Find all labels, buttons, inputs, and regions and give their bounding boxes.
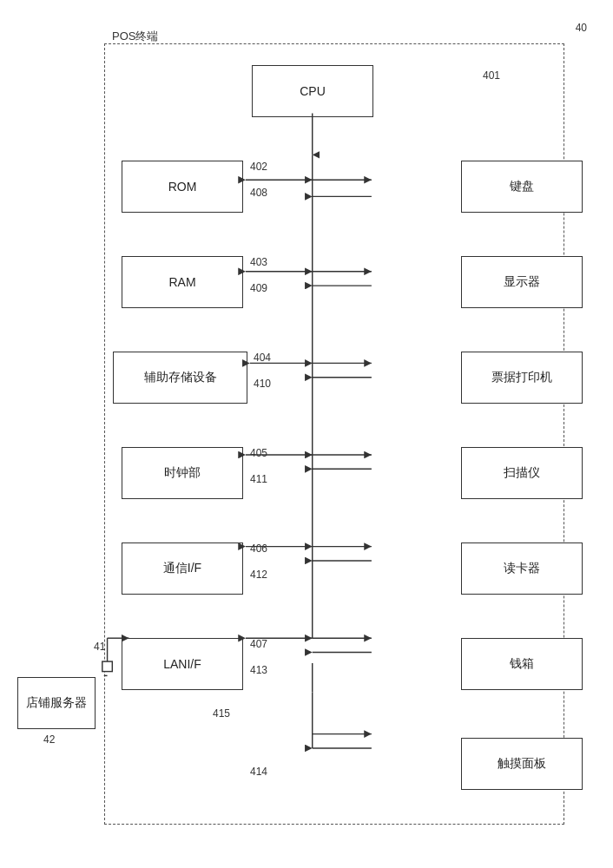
ref-display: 409 <box>250 282 267 294</box>
diagram-container: 40 POS终端 CPU 401 ROM 402 键盘 408 RAM 403 … <box>17 17 596 851</box>
ref-keyboard: 408 <box>250 187 267 199</box>
ref-lan: 407 <box>250 638 267 650</box>
keyboard-box: 键盘 <box>461 161 583 213</box>
ram-box: RAM <box>122 256 243 308</box>
touch-panel-box: 触摸面板 <box>461 738 583 790</box>
scanner-box: 扫描仪 <box>461 447 583 499</box>
ref-store-41: 41 <box>94 641 105 653</box>
ref-scanner: 411 <box>250 473 267 485</box>
aux-storage-box: 辅助存储设备 <box>113 352 247 404</box>
display-box: 显示器 <box>461 256 583 308</box>
ref-ram: 403 <box>250 256 267 268</box>
comm-if-box: 通信I/F <box>122 542 243 595</box>
ref-printer: 410 <box>254 378 271 390</box>
ref-rom: 402 <box>250 161 267 173</box>
lan-if-box: LANI/F <box>122 638 243 690</box>
ref-clock: 405 <box>250 447 267 459</box>
ref-cpu: 401 <box>483 69 500 82</box>
pos-label: POS终端 <box>112 29 158 44</box>
ref-cashbox: 413 <box>250 664 267 676</box>
cash-box-box: 钱箱 <box>461 638 583 690</box>
clock-box: 时钟部 <box>122 447 243 499</box>
store-server-box: 店铺服务器 <box>17 677 96 729</box>
ref-415: 415 <box>213 707 230 720</box>
ref-40: 40 <box>576 22 587 34</box>
printer-box: 票据打印机 <box>461 352 583 404</box>
cpu-box: CPU <box>252 65 373 117</box>
ref-card: 412 <box>250 569 267 581</box>
ref-touch: 414 <box>250 766 267 778</box>
rom-box: ROM <box>122 161 243 213</box>
ref-aux: 404 <box>254 352 271 364</box>
ref-store-server: 42 <box>43 733 55 746</box>
ref-comm: 406 <box>250 542 267 555</box>
card-reader-box: 读卡器 <box>461 542 583 595</box>
